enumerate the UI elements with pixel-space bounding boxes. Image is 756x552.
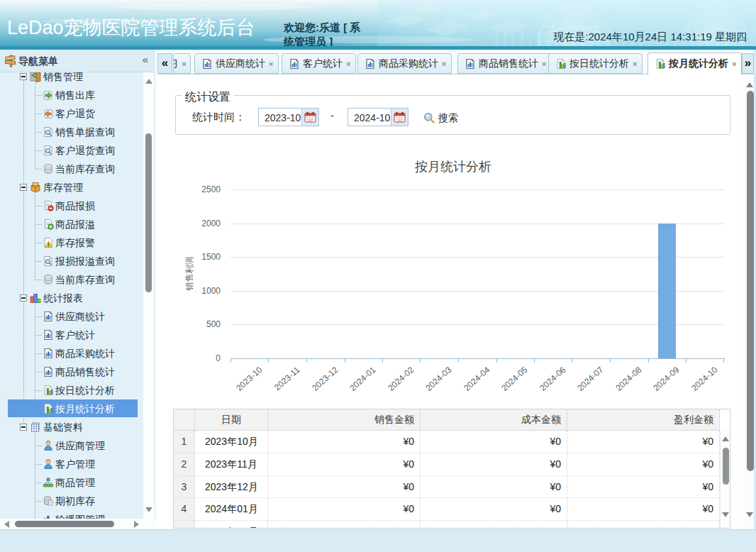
svg-text:12: 12 [308,118,312,122]
svg-text:12: 12 [397,118,401,122]
